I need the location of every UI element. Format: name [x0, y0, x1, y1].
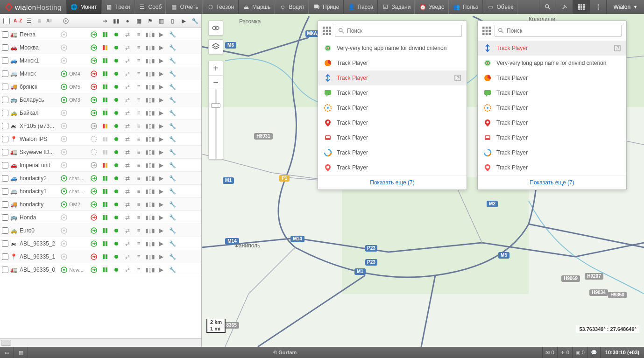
- route-icon[interactable]: ⇄: [122, 95, 133, 105]
- play-icon[interactable]: ▶: [156, 265, 166, 275]
- wrench-icon[interactable]: 🔧: [167, 160, 177, 170]
- nav-tab-msg[interactable]: ☰Сооб: [134, 0, 166, 14]
- mail-count[interactable]: ✉ 0: [542, 347, 557, 358]
- img-count[interactable]: ▣ 0: [572, 347, 587, 358]
- route-icon[interactable]: ⇄: [122, 134, 133, 144]
- unit-checkbox[interactable]: [2, 240, 8, 247]
- wheel-icon[interactable]: [61, 16, 71, 26]
- tb-wrench-icon[interactable]: 🔧: [190, 16, 199, 26]
- unit-row[interactable]: 🚕 Байкал ⇄ ≡ ▮▯▮ ▶ 🔧: [0, 106, 201, 119]
- show-more-2[interactable]: Показать еще (7): [478, 175, 626, 190]
- wrench-icon[interactable]: 🔧: [167, 29, 177, 40]
- play-icon[interactable]: ▶: [156, 69, 166, 79]
- app-item[interactable]: Track Player: [478, 160, 626, 175]
- play-icon[interactable]: ▶: [156, 147, 166, 157]
- app-item[interactable]: Track Player: [318, 85, 467, 100]
- list-icon[interactable]: ≡: [134, 160, 144, 170]
- apps-grid-icon[interactable]: [482, 27, 491, 35]
- chart-icon[interactable]: ▮▯▮: [145, 29, 155, 40]
- nav-tab-pass[interactable]: 👤Пасса: [343, 0, 377, 14]
- unit-checkbox[interactable]: [2, 84, 8, 90]
- wrench-icon[interactable]: 🔧: [167, 95, 177, 105]
- app-item[interactable]: Track Player: [478, 145, 626, 160]
- route-icon[interactable]: ⇄: [122, 239, 133, 249]
- unit-checkbox[interactable]: [2, 44, 8, 51]
- app-item[interactable]: Track Player: [318, 145, 467, 160]
- wrench-icon[interactable]: 🔧: [167, 252, 177, 262]
- list-icon[interactable]: ≡: [134, 212, 144, 223]
- unit-checkbox[interactable]: [2, 57, 8, 64]
- wrench-icon[interactable]: 🔧: [167, 69, 177, 79]
- filter-icon[interactable]: ≡: [35, 16, 44, 26]
- route-icon[interactable]: ⇄: [122, 42, 133, 53]
- unit-row[interactable]: 📍 Wialon IPS ⇄ ≡ ▮▯▮ ▶ 🔧: [0, 133, 201, 146]
- unit-checkbox[interactable]: [2, 31, 8, 38]
- unit-checkbox[interactable]: [2, 188, 8, 195]
- route-icon[interactable]: ⇄: [122, 212, 133, 223]
- app-item[interactable]: Track Player: [478, 70, 626, 85]
- wrench-icon[interactable]: 🔧: [167, 42, 177, 53]
- chat-button[interactable]: 💬: [587, 347, 600, 358]
- play-icon[interactable]: ▶: [156, 186, 166, 197]
- unit-row[interactable]: 🚛 Пенза ⇄ ≡ ▮▯▮ ▶ 🔧: [0, 28, 201, 41]
- zoom-slider[interactable]: [209, 89, 223, 159]
- play-icon[interactable]: ▶: [156, 56, 166, 66]
- nav-tab-geo[interactable]: ⬡Геозон: [203, 0, 239, 14]
- play-icon[interactable]: ▶: [156, 108, 166, 118]
- route-icon[interactable]: ⇄: [122, 29, 133, 40]
- unit-row[interactable]: 🚕 Euro0 ⇄ ≡ ▮▯▮ ▶ 🔧: [0, 224, 201, 237]
- wrench-icon[interactable]: 🔧: [167, 82, 177, 92]
- horizontal-scrollbar[interactable]: [0, 338, 201, 347]
- app-item[interactable]: Track Player: [318, 160, 467, 175]
- app-item[interactable]: Track Player: [318, 130, 467, 145]
- grid-button[interactable]: ▦: [14, 347, 28, 358]
- list-icon[interactable]: ≡: [134, 121, 144, 131]
- chart-icon[interactable]: ▮▯▮: [145, 134, 155, 144]
- unit-row[interactable]: 🚐 Минск OM4 ⇄ ≡ ▮▯▮ ▶ 🔧: [0, 67, 201, 80]
- layout-button[interactable]: ▭: [0, 347, 14, 358]
- list-icon[interactable]: ≡: [134, 134, 144, 144]
- list-icon[interactable]: ≡: [134, 239, 144, 249]
- unit-row[interactable]: 🚙 hondacity2 chat... ⇄ ≡ ▮▯▮ ▶ 🔧: [0, 172, 201, 185]
- unit-checkbox[interactable]: [2, 110, 8, 116]
- nav-tab-bell[interactable]: ⏰Уведо: [415, 0, 448, 14]
- app-item[interactable]: Track Player: [318, 100, 467, 115]
- unit-checkbox[interactable]: [2, 136, 8, 142]
- route-icon[interactable]: ⇄: [122, 121, 133, 131]
- show-more-1[interactable]: Показать еще (7): [318, 175, 467, 190]
- select-all-checkbox[interactable]: [2, 16, 11, 26]
- play-icon[interactable]: ▶: [156, 239, 166, 249]
- unit-checkbox[interactable]: [2, 253, 8, 260]
- sms-count[interactable]: ✈ 0: [557, 347, 572, 358]
- wrench-icon[interactable]: 🔧: [167, 239, 177, 249]
- unit-checkbox[interactable]: [2, 70, 8, 77]
- unit-row[interactable]: 🏍 XF105 (м73... ⇄ ≡ ▮▯▮ ▶ 🔧: [0, 119, 201, 133]
- unit-row[interactable]: 🚌 Беларусь OM3 ⇄ ≡ ▮▯▮ ▶ 🔧: [0, 93, 201, 106]
- play-icon[interactable]: ▶: [156, 173, 166, 183]
- nav-tab-driver[interactable]: ☺Водит: [275, 0, 309, 14]
- list-icon[interactable]: ≡: [134, 108, 144, 118]
- apps-button[interactable]: [573, 0, 589, 14]
- unit-row[interactable]: 📍 ABL_96335_1 ⇄ ≡ ▮▯▮ ▶ 🔧: [0, 250, 201, 263]
- wrench-icon[interactable]: 🔧: [167, 56, 177, 66]
- wrench-icon[interactable]: 🔧: [167, 186, 177, 197]
- nav-tab-report[interactable]: ▤Отчеть: [166, 0, 202, 14]
- wrench-icon[interactable]: 🔧: [167, 173, 177, 183]
- chart-icon[interactable]: ▮▯▮: [145, 42, 155, 53]
- list-icon[interactable]: ≡: [134, 225, 144, 236]
- chart-icon[interactable]: ▮▯▮: [145, 225, 155, 236]
- nav-tab-task[interactable]: ☑Задани: [377, 0, 415, 14]
- wrench-icon[interactable]: 🔧: [167, 108, 177, 118]
- apps-search-1[interactable]: [335, 25, 462, 37]
- list-icon[interactable]: ≡: [134, 186, 144, 197]
- unit-row[interactable]: 🚚 hondacity OM2 ⇄ ≡ ▮▯▮ ▶ 🔧: [0, 198, 201, 211]
- chart-icon[interactable]: ▮▯▮: [145, 173, 155, 183]
- nav-tab-flag[interactable]: ▩Треки: [101, 0, 134, 14]
- route-icon[interactable]: ⇄: [122, 69, 133, 79]
- wrench-icon[interactable]: 🔧: [167, 212, 177, 223]
- tb-bars-icon[interactable]: ▮▮: [112, 16, 121, 26]
- unit-row[interactable]: 🚙 Минск1 ⇄ ≡ ▮▯▮ ▶ 🔧: [0, 54, 201, 67]
- play-icon[interactable]: ▶: [156, 134, 166, 144]
- list-icon[interactable]: ≡: [134, 173, 144, 183]
- tb-dot-icon[interactable]: ●: [123, 16, 132, 26]
